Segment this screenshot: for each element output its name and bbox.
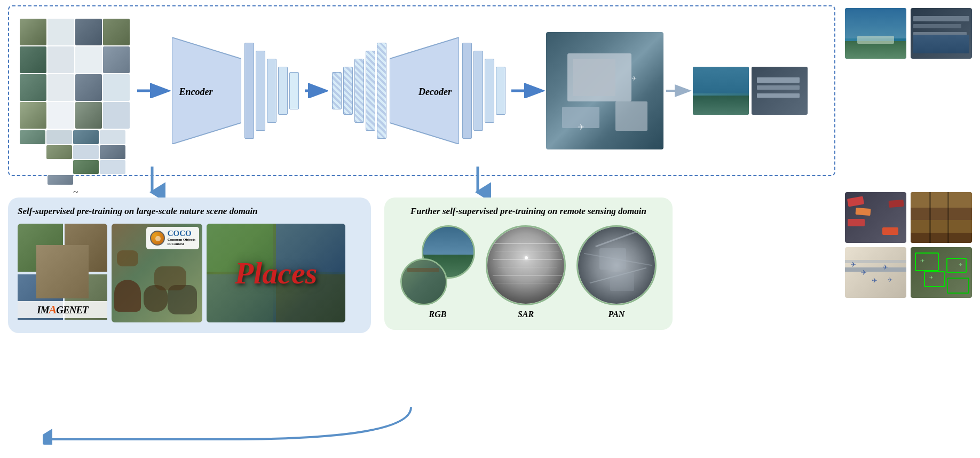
arrow-to-encoder [135, 83, 172, 98]
imagenet-area: IMAGENET [18, 224, 107, 322]
feature-col [289, 72, 299, 109]
mosaic-cell [75, 102, 102, 129]
arrow-svg-4 [665, 83, 692, 98]
feature-columns-3 [462, 43, 505, 139]
detect-box-1 [915, 252, 939, 271]
sar-line [495, 251, 559, 251]
down-arrow-right [464, 165, 491, 198]
detect-box-3 [946, 258, 967, 273]
encoder-block: Encoder [172, 37, 241, 144]
mid-right-thumbs: ✈ ✈ ✈ ✈ ✈ ✈ ✈ ✈ [845, 192, 972, 298]
ellipsis: ~ [73, 187, 135, 198]
rgb-item: RGB [400, 225, 475, 319]
building-3 [615, 101, 647, 131]
vehicle-red-2 [848, 219, 865, 226]
coastal-land [845, 41, 906, 59]
harbor-water [913, 35, 969, 53]
coco-main-text: COCO [168, 230, 195, 238]
sub-cell [48, 175, 73, 185]
collage-center [36, 245, 89, 298]
mosaic-cell [48, 19, 74, 45]
feature-col-hatch [354, 59, 364, 123]
remote-content: RGB SAR [395, 225, 662, 319]
curved-arrow [43, 402, 416, 445]
sub-cell [46, 145, 72, 159]
animal-shape-1 [114, 280, 141, 312]
mosaic-cell [103, 74, 130, 101]
arrow-to-decoder [302, 83, 329, 98]
coco-area: COCO Common Objectsin Context [112, 224, 202, 322]
sub-cell [100, 160, 125, 174]
detect-box-2 [924, 271, 945, 287]
sar-bg [487, 227, 564, 304]
thumb-port [752, 67, 808, 115]
feature-col [496, 67, 505, 115]
input-mosaic: ~ [20, 19, 135, 163]
vehicle-3 [882, 227, 898, 235]
places-text: Places [235, 255, 318, 291]
detect-plane: ✈ [920, 258, 924, 264]
remote-box-title: Further self-supervised pre-training on … [395, 206, 662, 217]
sar-line [498, 267, 557, 267]
feature-columns-2 [332, 43, 386, 139]
arrow-svg-3 [510, 83, 545, 98]
sub-strip-row [46, 145, 135, 159]
feature-col [462, 43, 472, 139]
rgb-cluster [400, 225, 475, 305]
feature-col [278, 67, 288, 115]
coco-text-block: COCO Common Objectsin Context [168, 230, 195, 247]
field-1 [911, 192, 972, 208]
mosaic-cell [20, 19, 46, 45]
main-container: ~ Encoder [0, 0, 980, 458]
thumb-sea [693, 67, 749, 93]
mosaic-cell [103, 46, 130, 73]
sub-strips: ~ [20, 130, 135, 198]
thumb-land [693, 96, 749, 115]
places-text-container: Places [207, 224, 345, 322]
decoder-svg: Decoder [390, 37, 459, 144]
plane-5: ✈ [888, 277, 892, 283]
vehicle-dark [888, 200, 904, 208]
thumb-detection: ✈ ✈ ✈ [911, 247, 972, 298]
imagenet-logo-text: IMAGENET [37, 304, 88, 315]
sar-line [493, 275, 562, 276]
sub-cell [73, 130, 99, 144]
field-divider-2 [947, 192, 949, 243]
field-3 [911, 220, 972, 233]
thumb-vehicles [845, 192, 906, 243]
feature-col-hatch [366, 51, 375, 131]
feature-col [485, 59, 494, 123]
thumb-field [911, 192, 972, 243]
coco-circle-icon [150, 231, 165, 246]
coastal-sea [845, 8, 906, 38]
building-inner [573, 59, 615, 96]
feature-col-hatch [332, 72, 342, 109]
plane-3: ✈ [872, 277, 878, 285]
mosaic-cell [103, 19, 130, 45]
thumb-harbor-1 [911, 8, 972, 59]
thumb-beach [693, 67, 749, 115]
arrow-svg-2 [304, 83, 328, 98]
feature-col-hatch [343, 67, 353, 115]
aircraft-symbol-2: ✈ [631, 75, 637, 83]
aircraft-symbol: ✈ [578, 123, 584, 132]
coco-circle-inner [155, 236, 161, 241]
beach-line [857, 36, 894, 43]
thumb-airport: ✈ ✈ ✈ ✈ ✈ [845, 247, 906, 298]
port-line [757, 77, 800, 83]
sar-line [493, 259, 562, 260]
nature-scene-box: Self-supervised pre-training on large-sc… [8, 198, 371, 333]
rgb-label: RGB [429, 310, 447, 319]
nature-box-title: Self-supervised pre-training on large-sc… [18, 206, 361, 217]
sub-cell [73, 145, 99, 159]
detect-box-4 [947, 278, 969, 294]
coco-subtitle: Common Objectsin Context [168, 238, 195, 247]
mid-row-1 [845, 192, 972, 243]
mosaic-cell [75, 46, 102, 73]
mosaic-cell [103, 102, 130, 129]
coco-logo-overlay: COCO Common Objectsin Context [146, 227, 199, 249]
arrow-to-thumbs [663, 83, 693, 98]
mosaic-cell [48, 74, 74, 101]
arrow-svg [136, 83, 171, 98]
decoder-block: Decoder [390, 37, 459, 144]
